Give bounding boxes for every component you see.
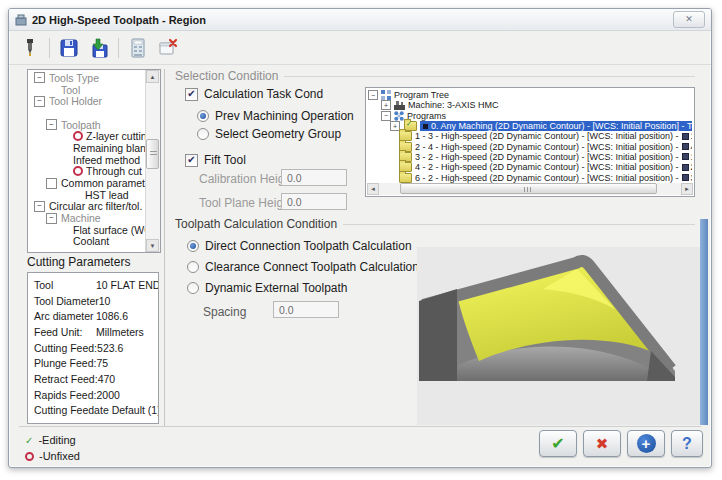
program-item[interactable]: 2 - 4 - High-speed (2D Dynamic Contour) … (368, 141, 692, 151)
program-tree-hscrollbar[interactable]: ◄ ► (367, 183, 693, 195)
save-export-icon[interactable] (88, 37, 110, 59)
parameter-value: 523.6 (97, 342, 158, 354)
tree-item[interactable]: Common parameters (28, 177, 146, 189)
tree-item[interactable]: Tool Holder (28, 95, 146, 107)
spacing-field[interactable] (273, 301, 339, 318)
scroll-down-icon[interactable]: ▼ (146, 239, 159, 252)
help-button[interactable]: ? (671, 430, 703, 457)
checkbox-checked-icon[interactable] (185, 154, 198, 167)
legend-editing-label: -Editing (38, 434, 75, 446)
fift-tool-checkbox-row[interactable]: Fift Tool (185, 153, 246, 167)
expander-icon[interactable] (381, 111, 391, 121)
tree-item-label: Machine (61, 212, 101, 224)
ok-check-icon: ✔ (551, 434, 564, 453)
tool-plane-height-field[interactable] (281, 193, 347, 210)
tree-item[interactable]: Remaining blank (28, 142, 146, 154)
selected-highlight: 0. Any Maching (2D Dynamic Contour) - [W… (420, 121, 692, 131)
tree-item[interactable]: Machine (28, 212, 146, 224)
tree-item[interactable]: Tools Type (28, 72, 146, 84)
machine-node-label: Machine: 3-AXIS HMC (408, 100, 499, 110)
delete-icon[interactable] (157, 37, 179, 59)
cancel-button[interactable]: ✖ (583, 430, 621, 457)
tree-item[interactable]: Through cut (28, 166, 146, 178)
selected-marker-icon (423, 124, 428, 129)
select-geometry-label: Select Geometry Group (215, 127, 341, 141)
scroll-thumb[interactable] (400, 183, 657, 194)
tree-item[interactable]: Z-layer cutting (28, 130, 146, 142)
program-item[interactable]: 4 - 2 - High-speed (2D Dynamic Contour) … (368, 162, 692, 172)
scroll-up-icon[interactable]: ▲ (146, 70, 159, 83)
parameter-row: Plunge Feed: 75 (34, 355, 158, 371)
tree-item[interactable]: Coolant (28, 236, 146, 248)
cancel-x-icon: ✖ (596, 435, 609, 453)
radio-selected-icon[interactable] (197, 110, 209, 122)
unfixed-status-icon (73, 131, 83, 141)
program-item-selected[interactable]: 0. Any Maching (2D Dynamic Contour) - [W… (368, 121, 692, 131)
checkbox-checked-icon[interactable] (185, 88, 198, 101)
model-preview[interactable] (417, 247, 701, 425)
radio-icon[interactable] (187, 282, 199, 294)
prev-machining-label: Prev Machining Operation (215, 109, 354, 123)
legend-unfixed-label: -Unfixed (39, 450, 80, 462)
scroll-right-icon[interactable]: ► (681, 183, 693, 195)
parameter-label: Tool Diameter (34, 295, 99, 307)
close-button[interactable]: ✕ (673, 11, 705, 28)
tree-item[interactable]: Tool (28, 84, 146, 96)
machine-node[interactable]: Machine: 3-AXIS HMC (368, 100, 692, 110)
scroll-thumb[interactable] (146, 139, 159, 169)
calculator-icon[interactable] (127, 37, 149, 59)
selection-condition-group: Selection Condition (175, 69, 695, 83)
tree-item[interactable] (28, 107, 146, 119)
calculation-task-checkbox-row[interactable]: Calculation Task Cond (185, 87, 323, 101)
toolpath-option[interactable]: Direct Connection Toolpath Calculation (187, 239, 419, 253)
toolpath-option[interactable]: Clearance Connect Toolpath Calculation (187, 260, 419, 274)
toolpath-option[interactable]: Dynamic External Toolpath (187, 281, 419, 295)
scroll-left-icon[interactable]: ◄ (367, 183, 379, 195)
tool-number: 1 (691, 152, 692, 162)
tree-item[interactable]: Circular arc filter/tol. (28, 201, 146, 213)
calibration-height-field[interactable] (281, 169, 347, 186)
toolpath-options: Direct Connection Toolpath Calculation C… (187, 239, 419, 302)
tree-item[interactable]: HST lead (28, 189, 146, 201)
select-geometry-radio-row[interactable]: Select Geometry Group (197, 127, 341, 141)
tool-badge-icon (682, 174, 689, 181)
program-item-label: 3 - 2 - High-speed (2D Dynamic Contour) … (415, 152, 679, 162)
titlebar[interactable]: 2D High-Speed Toolpath - Region ✕ (9, 9, 711, 31)
programs-node[interactable]: Programs (368, 111, 692, 121)
expander-icon[interactable] (34, 72, 45, 83)
add-button[interactable]: + (627, 430, 665, 457)
parameter-value: 10 FLAT END... (96, 279, 159, 291)
dialog-window: 2D High-Speed Toolpath - Region ✕ (8, 8, 712, 468)
expander-icon[interactable] (34, 201, 45, 212)
program-tree-root[interactable]: Program Tree (368, 90, 692, 100)
radio-icon[interactable] (197, 128, 209, 140)
expander-icon[interactable] (46, 119, 57, 130)
expander-icon[interactable] (46, 213, 57, 224)
panel-divider (164, 69, 165, 426)
parameter-value: 10 (99, 295, 158, 307)
ok-button[interactable]: ✔ (539, 430, 577, 457)
fift-tool-label: Fift Tool (204, 153, 246, 167)
parameter-label: Rapids Feed: (34, 389, 96, 401)
radio-icon[interactable] (187, 240, 199, 252)
program-item[interactable]: 1 - 3 - High-speed (2D Dynamic Contour) … (368, 131, 692, 141)
parameter-value: 75 (96, 357, 158, 369)
toolbar-separator (118, 38, 119, 58)
program-item[interactable]: 3 - 2 - High-speed (2D Dynamic Contour) … (368, 152, 692, 162)
expander-icon[interactable] (34, 96, 45, 107)
tree-scrollbar[interactable]: ▲ ▼ (145, 70, 160, 252)
expander-icon[interactable] (368, 90, 378, 100)
tool-badge-icon (682, 133, 689, 140)
radio-icon[interactable] (187, 261, 199, 273)
tree-item[interactable]: Infeed method (28, 154, 146, 166)
expander-icon[interactable] (381, 100, 391, 110)
scroll-track[interactable] (379, 183, 681, 195)
tree-item[interactable]: Toolpath (28, 119, 146, 131)
save-icon[interactable] (58, 37, 80, 59)
prev-machining-radio-row[interactable]: Prev Machining Operation (197, 109, 354, 123)
parameter-label: Cutting Feed: (34, 342, 97, 354)
expander-icon[interactable] (46, 178, 57, 189)
tool-icon[interactable] (19, 37, 41, 59)
program-item[interactable]: 6 - 2 - High-speed (2D Dynamic Contour) … (368, 172, 692, 182)
tree-item[interactable]: Flat surface (WCS) (28, 224, 146, 236)
